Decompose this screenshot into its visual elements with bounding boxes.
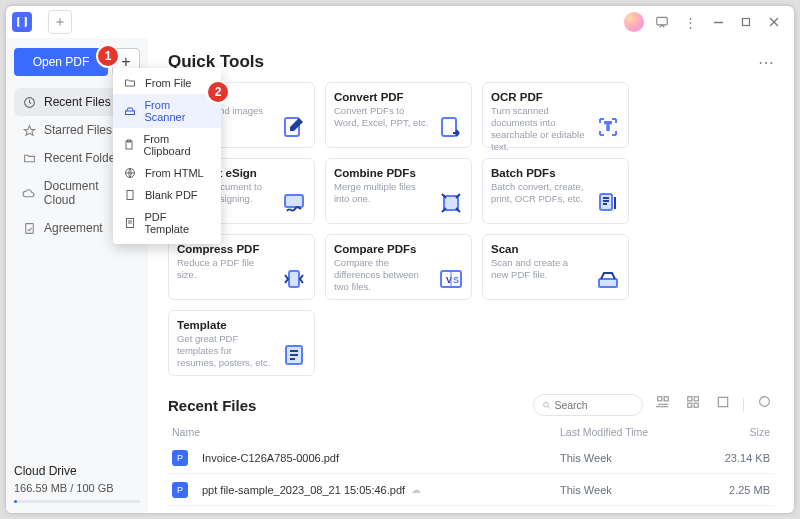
- tool-title: Template: [177, 319, 306, 331]
- theme-orb-icon[interactable]: [620, 8, 648, 36]
- tool-compare-pdfs[interactable]: Compare PDFs Compare the differences bet…: [325, 234, 472, 300]
- cloud-icon: [22, 187, 36, 200]
- tool-title: Batch PDFs: [491, 167, 620, 179]
- col-name[interactable]: Name: [172, 426, 560, 438]
- tool-title: Combine PDFs: [334, 167, 463, 179]
- dropdown-from-scanner[interactable]: From Scanner: [113, 94, 221, 128]
- dropdown-blank-pdf[interactable]: Blank PDF: [113, 184, 221, 206]
- sidebar-item-label: Starred Files: [44, 123, 112, 137]
- file-row[interactable]: PInvoice-C126A785-0006.pdf This Week 23.…: [168, 442, 774, 474]
- dropdown-from-file[interactable]: From File: [113, 72, 221, 94]
- cloud-drive-title: Cloud Drive: [14, 464, 140, 478]
- svg-point-30: [544, 402, 549, 407]
- tool-desc: Compare the differences between two file…: [334, 257, 429, 293]
- tool-title: Convert PDF: [334, 91, 463, 103]
- tool-scan[interactable]: Scan Scan and create a new PDF file.: [482, 234, 629, 300]
- sidebar-item-label: Agreement: [44, 221, 103, 235]
- search-input[interactable]: [554, 399, 634, 411]
- file-row[interactable]: Pppt file-sample_2023_08_21 15:05:46.pdf…: [168, 474, 774, 506]
- dropdown-label: From Scanner: [144, 99, 211, 123]
- open-pdf-button[interactable]: Open PDF: [14, 48, 108, 76]
- col-size[interactable]: Size: [700, 426, 770, 438]
- recent-columns: Name Last Modified Time Size: [168, 426, 774, 438]
- svg-rect-32: [658, 397, 662, 401]
- search-box[interactable]: [533, 394, 643, 416]
- col-date[interactable]: Last Modified Time: [560, 426, 700, 438]
- template-small-icon: [123, 217, 136, 229]
- app-logo-icon: [12, 12, 32, 32]
- svg-rect-33: [664, 397, 668, 401]
- feedback-icon[interactable]: [648, 8, 676, 36]
- view-list-icon[interactable]: [653, 395, 673, 415]
- html-icon: [123, 167, 137, 179]
- tool-template[interactable]: Template Get great PDF templates for res…: [168, 310, 315, 376]
- tool-title: Compress PDF: [177, 243, 306, 255]
- window-minimize-button[interactable]: [704, 8, 732, 36]
- kebab-menu-icon[interactable]: ⋮: [676, 8, 704, 36]
- clock-icon: [22, 96, 36, 109]
- window-maximize-button[interactable]: [732, 8, 760, 36]
- tool-desc: Turn scanned documents into searchable o…: [491, 105, 586, 153]
- svg-text:S: S: [453, 275, 459, 285]
- file-row[interactable]: Pppt file-sample_2023_08_18 10:26:09.pdf…: [168, 506, 774, 513]
- blank-icon: [123, 189, 137, 201]
- file-name: ppt file-sample_2023_08_21 15:05:46.pdf: [202, 484, 405, 496]
- star-icon: [22, 124, 36, 137]
- dropdown-from-html[interactable]: From HTML: [113, 162, 221, 184]
- view-grid-icon[interactable]: [683, 395, 703, 415]
- dropdown-label: From HTML: [145, 167, 204, 179]
- svg-rect-25: [599, 279, 617, 287]
- convert-icon: [439, 115, 463, 139]
- pdf-icon: P: [172, 450, 188, 466]
- search-icon: [542, 400, 552, 411]
- tool-batch-pdfs[interactable]: Batch PDFs Batch convert, create, print,…: [482, 158, 629, 224]
- file-icon: [123, 77, 137, 89]
- tool-desc: Get great PDF templates for resumes, pos…: [177, 333, 272, 369]
- tool-desc: Convert PDFs to Word, Excel, PPT, etc.: [334, 105, 429, 129]
- window-close-button[interactable]: [760, 8, 788, 36]
- tool-desc: Batch convert, create, print, OCR PDFs, …: [491, 181, 586, 205]
- svg-rect-36: [688, 397, 692, 401]
- dropdown-pdf-template[interactable]: PDF Template: [113, 206, 221, 240]
- svg-rect-40: [718, 397, 727, 406]
- template-icon: [282, 343, 306, 367]
- sidebar-item-label: Recent Files: [44, 95, 111, 109]
- combine-icon: [439, 191, 463, 215]
- svg-rect-4: [743, 19, 750, 26]
- folder-icon: [22, 152, 36, 165]
- tool-ocr-pdf[interactable]: OCR PDF Turn scanned documents into sear…: [482, 82, 629, 148]
- agreement-icon: [22, 222, 36, 235]
- quick-tools-more-icon[interactable]: ⋯: [758, 53, 774, 72]
- quick-tools-grid: Edit PDF Edit text and images in a PDF. …: [168, 82, 774, 376]
- compress-icon: [282, 267, 306, 291]
- svg-rect-39: [694, 403, 698, 407]
- svg-rect-9: [25, 223, 33, 233]
- svg-rect-2: [657, 17, 668, 25]
- annotation-badge-2: 2: [208, 82, 228, 102]
- create-dropdown: From File From Scanner From Clipboard Fr…: [113, 68, 221, 244]
- file-date: This Week: [560, 484, 700, 496]
- dropdown-label: From File: [145, 77, 191, 89]
- scan-icon: [596, 267, 620, 291]
- annotation-badge-1: 1: [98, 46, 118, 66]
- tool-convert-pdf[interactable]: Convert PDF Convert PDFs to Word, Excel,…: [325, 82, 472, 148]
- ocr-icon: T: [596, 115, 620, 139]
- dropdown-from-clipboard[interactable]: From Clipboard: [113, 128, 221, 162]
- file-size: 23.14 KB: [700, 452, 770, 464]
- new-tab-button[interactable]: ＋: [48, 10, 72, 34]
- filter-icon[interactable]: [754, 395, 774, 415]
- titlebar: ＋ ⋮: [6, 6, 794, 38]
- cloud-drive-usage: 166.59 MB / 100 GB: [14, 482, 140, 494]
- svg-rect-42: [125, 111, 134, 115]
- svg-rect-38: [688, 403, 692, 407]
- tool-combine-pdfs[interactable]: Combine PDFs Merge multiple files into o…: [325, 158, 472, 224]
- scanner-icon: [123, 105, 136, 117]
- tool-desc: Merge multiple files into one.: [334, 181, 429, 205]
- pdf-icon: P: [172, 482, 188, 498]
- view-thumb-icon[interactable]: [713, 395, 733, 415]
- dropdown-label: Blank PDF: [145, 189, 198, 201]
- svg-rect-1: [19, 17, 25, 27]
- recent-files-title: Recent Files: [168, 397, 256, 414]
- svg-rect-14: [444, 196, 458, 210]
- tool-title: OCR PDF: [491, 91, 620, 103]
